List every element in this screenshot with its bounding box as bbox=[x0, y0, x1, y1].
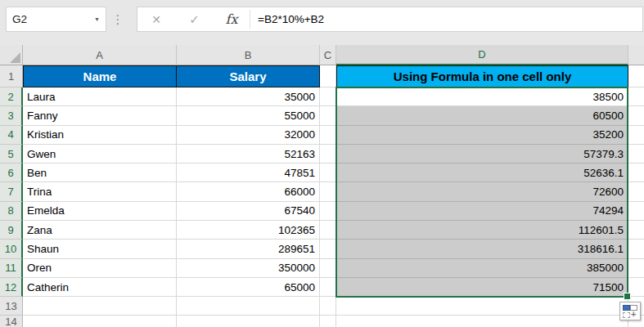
cell-salary[interactable]: 289651 bbox=[177, 240, 320, 258]
cell-empty-a[interactable] bbox=[23, 316, 177, 327]
cell-a1-name-header[interactable]: Name bbox=[23, 65, 177, 87]
cell-empty-c[interactable] bbox=[320, 240, 336, 258]
formula-input[interactable]: =B2*10%+B2 bbox=[258, 13, 324, 25]
cell-empty-c[interactable] bbox=[320, 126, 336, 145]
autofill-icon-filled-rect bbox=[623, 305, 630, 311]
cell-empty-c[interactable] bbox=[320, 278, 336, 297]
autofill-options-button[interactable]: + bbox=[619, 302, 641, 320]
cell-salary[interactable]: 67540 bbox=[177, 202, 320, 221]
cell-empty-a[interactable] bbox=[23, 297, 177, 316]
cell-result[interactable]: 57379.3 bbox=[336, 145, 628, 164]
cell-name[interactable]: Shaun bbox=[23, 240, 177, 258]
cell-result[interactable]: 318616.1 bbox=[336, 240, 628, 258]
name-box[interactable]: G2 ▼ bbox=[6, 7, 106, 32]
column-header-a[interactable]: A bbox=[23, 45, 177, 65]
cell-empty-e[interactable] bbox=[628, 259, 644, 278]
column-header-d[interactable]: D bbox=[336, 45, 628, 65]
row-header-11[interactable]: 11 bbox=[0, 259, 23, 278]
row-header-9[interactable]: 9 bbox=[0, 221, 23, 240]
select-all-corner[interactable] bbox=[0, 45, 23, 65]
cell-e1[interactable] bbox=[628, 65, 644, 87]
cell-empty-e[interactable] bbox=[628, 126, 644, 145]
cell-empty-c[interactable] bbox=[320, 297, 336, 316]
row-header-6[interactable]: 6 bbox=[0, 164, 23, 182]
cell-result[interactable]: 112601.5 bbox=[336, 221, 628, 240]
cell-salary[interactable]: 350000 bbox=[177, 259, 320, 278]
cell-d1-formula-header[interactable]: Using Formula in one cell only bbox=[336, 65, 628, 87]
cell-empty-c[interactable] bbox=[320, 182, 336, 201]
cell-empty-b[interactable] bbox=[177, 297, 320, 316]
row-header-1[interactable]: 1 bbox=[0, 65, 23, 87]
cell-result[interactable]: 38500 bbox=[336, 87, 628, 106]
cell-name[interactable]: Fanny bbox=[23, 106, 177, 125]
cell-name[interactable]: Catherin bbox=[23, 278, 177, 297]
cell-empty-d[interactable] bbox=[336, 316, 628, 327]
cell-salary[interactable]: 52163 bbox=[177, 145, 320, 164]
cell-empty-c[interactable] bbox=[320, 259, 336, 278]
cell-empty-c[interactable] bbox=[320, 221, 336, 240]
cell-result[interactable]: 52636.1 bbox=[336, 164, 628, 182]
cell-empty-c[interactable] bbox=[320, 164, 336, 182]
cell-empty-c[interactable] bbox=[320, 87, 336, 106]
cell-empty-b[interactable] bbox=[177, 316, 320, 327]
cell-empty-c[interactable] bbox=[320, 316, 336, 327]
cell-salary[interactable]: 66000 bbox=[177, 182, 320, 201]
insert-function-icon[interactable]: fx bbox=[214, 7, 250, 31]
cell-name[interactable]: Trina bbox=[23, 182, 177, 201]
row-header-2[interactable]: 2 bbox=[0, 87, 23, 106]
cell-name[interactable]: Laura bbox=[23, 87, 177, 106]
row-header-13[interactable]: 13 bbox=[0, 297, 23, 316]
cell-salary[interactable]: 32000 bbox=[177, 126, 320, 145]
cell-empty-c[interactable] bbox=[320, 106, 336, 125]
row-header-3[interactable]: 3 bbox=[0, 106, 23, 125]
name-box-dropdown-icon[interactable]: ▼ bbox=[94, 7, 100, 31]
row-header-7[interactable]: 7 bbox=[0, 182, 23, 201]
cell-result[interactable]: 385000 bbox=[336, 259, 628, 278]
row-header-5[interactable]: 5 bbox=[0, 145, 23, 164]
cell-result[interactable]: 74294 bbox=[336, 202, 628, 221]
cell-empty-e[interactable] bbox=[628, 240, 644, 258]
cell-salary[interactable]: 47851 bbox=[177, 164, 320, 182]
cell-empty-e[interactable] bbox=[628, 182, 644, 201]
cell-empty-e[interactable] bbox=[628, 221, 644, 240]
cell-empty-c[interactable] bbox=[320, 145, 336, 164]
cell-empty-e[interactable] bbox=[628, 145, 644, 164]
row-header-4[interactable]: 4 bbox=[0, 126, 23, 145]
cell-salary[interactable]: 55000 bbox=[177, 106, 320, 125]
cell-name[interactable]: Zana bbox=[23, 221, 177, 240]
row-header-14[interactable]: 14 bbox=[0, 316, 23, 327]
cell-b1-salary-header[interactable]: Salary bbox=[177, 65, 320, 87]
formula-bar-more-icon[interactable]: ⋮ bbox=[113, 7, 123, 32]
cell-empty-e[interactable] bbox=[628, 202, 644, 221]
column-header-c[interactable]: C bbox=[320, 45, 336, 65]
row-header-8[interactable]: 8 bbox=[0, 202, 23, 221]
cell-name[interactable]: Emelda bbox=[23, 202, 177, 221]
column-header-partial[interactable] bbox=[628, 45, 644, 65]
cell-salary[interactable]: 35000 bbox=[177, 87, 320, 106]
cell-result[interactable]: 35200 bbox=[336, 126, 628, 145]
cell-empty-c[interactable] bbox=[320, 202, 336, 221]
cell-result[interactable]: 72600 bbox=[336, 182, 628, 201]
autofill-icon-dashed-rect bbox=[623, 312, 630, 318]
cell-name[interactable]: Oren bbox=[23, 259, 177, 278]
cell-c1[interactable] bbox=[320, 65, 336, 87]
cell-salary[interactable]: 65000 bbox=[177, 278, 320, 297]
cell-empty-d[interactable] bbox=[336, 297, 628, 316]
row-header-12[interactable]: 12 bbox=[0, 278, 23, 297]
fill-handle[interactable] bbox=[624, 293, 631, 300]
cell-name[interactable]: Ben bbox=[23, 164, 177, 182]
cell-empty-e[interactable] bbox=[628, 106, 644, 125]
row-header-10[interactable]: 10 bbox=[0, 240, 23, 258]
cell-result[interactable]: 71500 bbox=[336, 278, 628, 297]
excel-window: G2 ▼ ⋮ ✕ ✓ fx =B2*10%+B2 A B C D 1 Name … bbox=[0, 0, 644, 327]
column-header-b[interactable]: B bbox=[177, 45, 320, 65]
cell-salary[interactable]: 102365 bbox=[177, 221, 320, 240]
cancel-icon[interactable]: ✕ bbox=[137, 7, 175, 31]
cell-name[interactable]: Kristian bbox=[23, 126, 177, 145]
cell-name[interactable]: Gwen bbox=[23, 145, 177, 164]
formula-bar-divider bbox=[250, 10, 250, 29]
cell-empty-e[interactable] bbox=[628, 164, 644, 182]
cell-result[interactable]: 60500 bbox=[336, 106, 628, 125]
cell-empty-e[interactable] bbox=[628, 87, 644, 106]
enter-icon[interactable]: ✓ bbox=[175, 7, 214, 31]
